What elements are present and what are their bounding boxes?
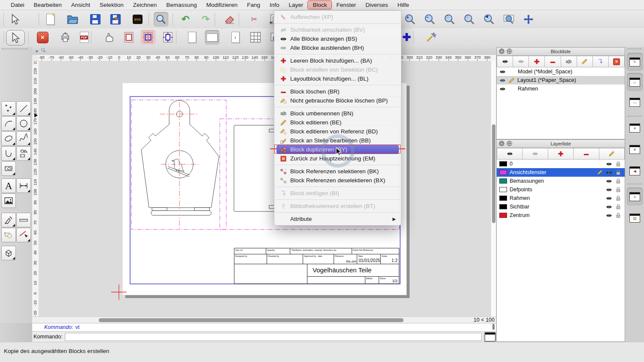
menu-item-alle-blöcke-anzeigen-bs-[interactable]: Alle Blöcke anzeigen (BS) — [274, 34, 401, 43]
menubar-item-zeichnen[interactable]: Zeichnen — [128, 1, 162, 9]
zoom-selection-button[interactable]: □ — [462, 12, 477, 27]
selection-pointer-button[interactable] — [6, 30, 25, 45]
print-button[interactable] — [58, 30, 73, 45]
toggle-block-edit-window-button[interactable]: ✎ — [627, 53, 643, 71]
redo-button[interactable]: ↷ — [198, 12, 213, 27]
hatch-tools-button[interactable] — [1, 161, 16, 176]
eye-grey-button[interactable] — [513, 56, 529, 67]
minus-button[interactable]: ▬ — [574, 148, 599, 160]
viewport-scale-button[interactable] — [161, 30, 175, 45]
shape-tools-button[interactable] — [16, 146, 31, 161]
auto-zoom-button[interactable]: □ — [442, 12, 457, 27]
block-row-layout1-paper-space-[interactable]: Layout1 (*Paper_Space) — [497, 76, 625, 84]
erase-button[interactable] — [222, 12, 237, 27]
dimension-tools-button[interactable] — [16, 178, 31, 193]
svg-export-button[interactable]: SVG — [130, 12, 145, 27]
lock-icon[interactable] — [615, 195, 621, 201]
redx-button[interactable]: × — [609, 56, 625, 67]
layer-row-0[interactable]: 0 — [497, 160, 625, 168]
page-grid-button[interactable] — [248, 30, 263, 45]
eye-grey-button[interactable] — [522, 148, 548, 160]
point-tools-button[interactable] — [1, 101, 16, 116]
command-options-button[interactable] — [484, 332, 496, 342]
layer-row-sichtbar[interactable]: Sichtbar — [497, 202, 625, 211]
pencil-button[interactable] — [577, 56, 593, 67]
menubar-item-info[interactable]: Info — [265, 1, 284, 9]
history-scrollbar-thumb[interactable] — [492, 324, 495, 330]
menu-item-sichtbarkeit-umschalten-bv-[interactable]: Sichtbarkeit umschalten (BV) — [274, 25, 401, 34]
menubar-item-fang[interactable]: Fang — [242, 1, 265, 9]
eye-icon[interactable] — [606, 178, 612, 184]
menu-item-block-referenzen-deselektieren-bx-[interactable]: Block Referenzen deselektieren (BX) — [274, 176, 401, 185]
eye-button[interactable] — [497, 148, 522, 160]
menu-item-block-referenzen-selektieren-bk-[interactable]: Block Referenzen selektieren (BK) — [274, 167, 401, 176]
eye-icon[interactable] — [606, 169, 612, 176]
close-icon[interactable]: × — [499, 48, 504, 54]
eye-icon[interactable] — [606, 212, 612, 219]
open-file-button[interactable] — [65, 12, 80, 27]
layer-row-ansichtsfenster[interactable]: Ansichtsfenster — [497, 168, 625, 177]
toggle-clipboard-window-button[interactable]: ▤ — [627, 209, 643, 227]
layer-row-defpoints[interactable]: Defpoints — [497, 185, 625, 194]
rename-button[interactable]: a|b — [561, 56, 577, 67]
menu-item-layoutblock-hinzufügen-bl-[interactable]: ✚Layoutblock hinzufügen... (BL) — [274, 74, 401, 83]
menubar-item-diverses[interactable]: Diverses — [361, 1, 393, 9]
toggle-command-window-button[interactable]: ≡ — [627, 187, 643, 205]
zoom-in-button[interactable]: + — [403, 12, 417, 27]
toggle-filter-window-button[interactable]: ▼ — [627, 140, 643, 158]
viewport-add-button[interactable] — [122, 30, 136, 45]
selection-tool-button[interactable] — [8, 12, 22, 27]
plus-button[interactable]: ✚ — [529, 56, 545, 67]
pan-button[interactable] — [521, 12, 536, 27]
layer-row-bemassungen[interactable]: Bemassungen — [497, 177, 625, 185]
menubar-item-bearbeiten[interactable]: Bearbeiten — [29, 1, 67, 9]
cut-button[interactable]: ✂ — [247, 12, 261, 27]
lock-icon[interactable] — [615, 178, 621, 184]
menubar-item-modifizieren[interactable]: Modifizieren — [202, 1, 243, 9]
tab-close-icon[interactable]: × — [32, 48, 41, 54]
menu-item-alle-blöcke-ausblenden-bh-[interactable]: Alle Blöcke ausblenden (BH) — [274, 43, 401, 52]
modify-tools-button[interactable] — [16, 228, 31, 242]
toggle-viewport-window-button[interactable]: ▭ — [627, 93, 643, 111]
close-file-button[interactable]: × — [35, 30, 50, 45]
zoom-out-button[interactable]: − — [422, 12, 437, 27]
circle-tools-button[interactable] — [16, 116, 31, 131]
menu-item-block-umbenennen-bn-[interactable]: a|bBlock umbenennen (BN) — [274, 109, 401, 118]
menubar-item-datei[interactable]: Datei — [6, 1, 29, 9]
eye-icon[interactable] — [606, 204, 612, 210]
command-input[interactable] — [65, 333, 482, 341]
menu-item-leeren-block-hinzufügen-ba-[interactable]: ✚Leeren Block hinzufügen... (BA) — [274, 56, 401, 65]
page-portrait-button[interactable] — [185, 30, 199, 45]
undo-button[interactable]: ↶ — [178, 12, 193, 27]
block-row-rahmen[interactable]: Rahmen — [497, 84, 625, 93]
menu-item-block-erstellen-von-selektion-bc-[interactable]: Block erstellen von Selektion (BC) — [274, 65, 401, 74]
toggle-list-window-button[interactable]: ≡ — [627, 119, 643, 137]
lock-icon[interactable] — [615, 204, 621, 210]
previous-view-button[interactable]: ◀ — [482, 12, 496, 27]
block-tools-button[interactable] — [1, 228, 16, 242]
menubar-item-selektion[interactable]: Selektion — [95, 1, 128, 9]
menubar-item-bemassung[interactable]: Bemassung — [161, 1, 201, 9]
save-as-button[interactable]: ✎ — [108, 12, 123, 27]
eye-icon[interactable] — [606, 161, 612, 167]
menubar-item-hilfe[interactable]: Hilfe — [393, 1, 414, 9]
measure-tools-button[interactable] — [16, 213, 31, 227]
insert-reference-button[interactable]: ✚ — [399, 30, 414, 45]
draft-tools-button[interactable] — [1, 213, 16, 227]
zoom-window-button[interactable] — [501, 12, 516, 27]
horizontal-scrollbar-thumb[interactable] — [99, 318, 404, 322]
line-tools-button[interactable] — [16, 101, 31, 116]
lock-icon[interactable] — [615, 212, 621, 218]
plus-button[interactable]: ✚ — [548, 148, 574, 160]
eye-icon[interactable] — [606, 187, 612, 193]
print-preview-button[interactable] — [154, 12, 168, 27]
pencil-button[interactable] — [599, 148, 625, 160]
menu-item-block-einfügen-bi-[interactable]: Block einfügen (BI) — [274, 189, 401, 198]
menu-item-bibliothekselement-erstellen-bt-[interactable]: ⇧Bibliothekselement erstellen (BT) — [274, 202, 401, 211]
pdf-export-button[interactable]: PDF — [77, 30, 91, 45]
dock-handle[interactable] — [2, 48, 27, 49]
eye-icon[interactable] — [606, 195, 612, 202]
toggle-block-list-window-button[interactable]: ▱ — [627, 73, 643, 91]
page-single-button[interactable]: 1 — [228, 30, 243, 45]
menu-item-aufbrechen-xp-[interactable]: Aufbrechen (XP) — [274, 12, 401, 21]
